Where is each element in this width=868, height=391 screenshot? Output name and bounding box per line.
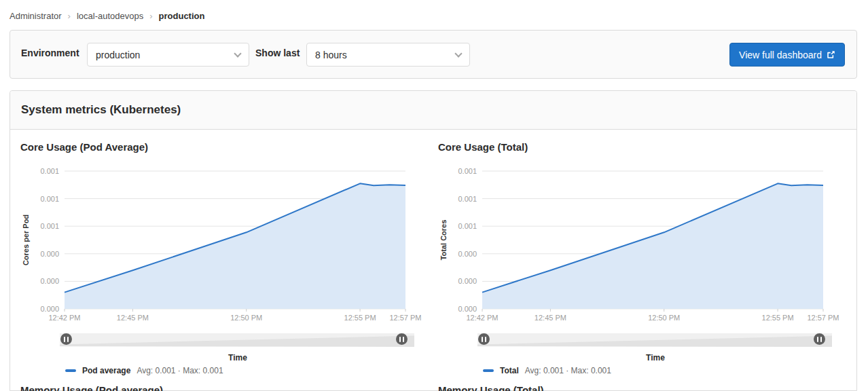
chart-title-memory-total: Memory Usage (Total) <box>438 384 544 391</box>
environment-label: Environment <box>21 48 79 58</box>
slider-handle-right[interactable] <box>396 333 408 345</box>
slider-handle-right[interactable] <box>814 333 825 345</box>
breadcrumb: Administrator › local-autodevops › produ… <box>10 10 204 22</box>
svg-text:0.001: 0.001 <box>40 222 59 230</box>
svg-text:0.000: 0.000 <box>458 305 477 313</box>
svg-text:0.001: 0.001 <box>40 167 59 175</box>
legend-swatch <box>483 369 494 372</box>
filter-bar: Environment production Show last 8 hours… <box>10 30 857 79</box>
environment-metrics-page: Administrator › local-autodevops › produ… <box>0 0 868 391</box>
svg-text:0.000: 0.000 <box>458 277 477 285</box>
breadcrumb-administrator[interactable]: Administrator <box>10 11 62 21</box>
chart-title: Core Usage (Total) <box>438 141 528 153</box>
svg-text:12:42 PM: 12:42 PM <box>48 314 80 322</box>
area-chart[interactable]: 0.0010.0010.0010.0000.0000.00012:42 PM12… <box>438 162 846 328</box>
breadcrumb-project[interactable]: local-autodevops <box>77 11 143 21</box>
environment-dropdown[interactable]: production <box>87 43 249 67</box>
svg-text:0.000: 0.000 <box>40 250 59 258</box>
chart-title: Core Usage (Pod Average) <box>20 141 148 153</box>
chart-core-usage-total: Core Usage (Total) 0.0010.0010.0010.0000… <box>438 141 856 379</box>
svg-text:Total Cores: Total Cores <box>439 220 448 261</box>
legend-series-stats: Avg: 0.001 · Max: 0.001 <box>137 366 223 375</box>
breadcrumb-separator-icon: › <box>68 11 71 21</box>
show-last-dropdown[interactable]: 8 hours <box>306 43 470 67</box>
svg-text:0.000: 0.000 <box>40 277 59 285</box>
chart-title-memory-pod-average: Memory Usage (Pod average) <box>20 384 163 391</box>
show-last-dropdown-value: 8 hours <box>315 50 347 60</box>
chevron-down-icon <box>234 50 241 57</box>
view-full-dashboard-button[interactable]: View full dashboard <box>729 43 845 67</box>
svg-text:0.000: 0.000 <box>458 250 477 258</box>
chart-core-usage-pod-average: Core Usage (Pod Average) 0.0010.0010.001… <box>20 141 438 379</box>
svg-text:12:55 PM: 12:55 PM <box>344 314 376 322</box>
slider-handle-left[interactable] <box>478 333 490 345</box>
slider-handle-left[interactable] <box>60 333 72 345</box>
external-link-icon <box>827 50 835 59</box>
view-full-dashboard-label: View full dashboard <box>739 50 822 60</box>
range-slider <box>472 330 839 349</box>
svg-text:12:55 PM: 12:55 PM <box>762 314 794 322</box>
legend-series-stats: Avg: 0.001 · Max: 0.001 <box>525 366 611 375</box>
breadcrumb-current-environment: production <box>159 11 205 21</box>
panel-header: System metrics (Kubernetes) <box>10 91 856 130</box>
legend-series-name: Total <box>500 366 519 375</box>
svg-text:12:45 PM: 12:45 PM <box>117 314 149 322</box>
svg-text:12:50 PM: 12:50 PM <box>648 314 680 322</box>
show-last-label: Show last <box>255 48 300 58</box>
range-slider <box>54 330 421 349</box>
x-axis-title: Time <box>472 353 839 362</box>
svg-text:Cores per Pod: Cores per Pod <box>22 215 30 265</box>
svg-text:12:50 PM: 12:50 PM <box>230 314 262 322</box>
panel-title: System metrics (Kubernetes) <box>21 103 181 117</box>
svg-text:12:57 PM: 12:57 PM <box>807 314 839 322</box>
breadcrumb-separator-icon: › <box>149 11 152 21</box>
legend-total[interactable]: Total Avg: 0.001 · Max: 0.001 <box>483 366 611 375</box>
legend-series-name: Pod average <box>82 366 130 375</box>
legend-swatch <box>65 369 76 372</box>
environment-dropdown-value: production <box>96 50 140 60</box>
svg-text:12:42 PM: 12:42 PM <box>466 314 498 322</box>
svg-text:12:45 PM: 12:45 PM <box>535 314 566 322</box>
svg-text:0.001: 0.001 <box>40 195 59 203</box>
svg-text:0.001: 0.001 <box>458 167 477 175</box>
x-axis-title: Time <box>54 353 421 362</box>
chevron-down-icon <box>454 50 462 57</box>
svg-text:12:57 PM: 12:57 PM <box>389 314 421 322</box>
svg-text:0.000: 0.000 <box>40 305 59 313</box>
area-chart[interactable]: 0.0010.0010.0010.0000.0000.00012:42 PM12… <box>20 162 428 328</box>
svg-text:0.001: 0.001 <box>458 222 477 230</box>
svg-text:0.001: 0.001 <box>458 195 477 203</box>
legend-pod-average[interactable]: Pod average Avg: 0.001 · Max: 0.001 <box>65 366 223 375</box>
